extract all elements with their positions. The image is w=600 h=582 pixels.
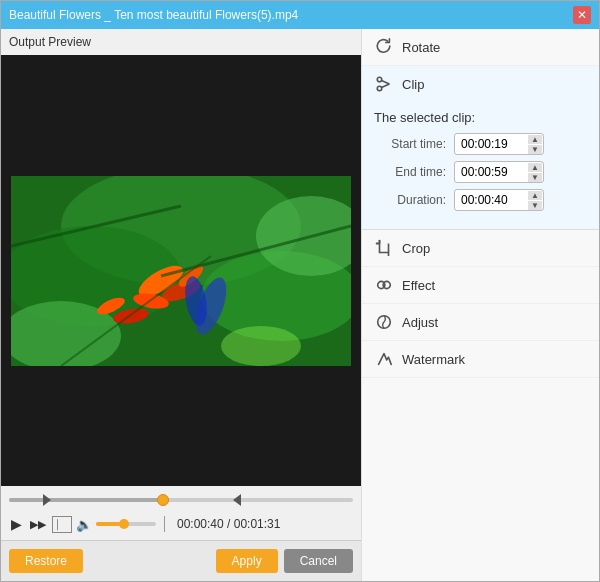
svg-line-21 xyxy=(381,84,389,87)
seek-bar-progress xyxy=(9,498,164,502)
watermark-label: Watermark xyxy=(402,352,465,367)
crop-tool-item[interactable]: Crop xyxy=(362,230,599,267)
end-time-row: End time: ▲ ▼ xyxy=(374,161,587,183)
cancel-button[interactable]: Cancel xyxy=(284,549,353,573)
clip-label: Clip xyxy=(402,77,424,92)
clip-icon xyxy=(374,74,394,94)
adjust-label: Adjust xyxy=(402,315,438,330)
start-time-up[interactable]: ▲ xyxy=(528,135,542,144)
watermark-tool-item[interactable]: Watermark xyxy=(362,341,599,378)
video-thumbnail xyxy=(11,176,351,366)
play-button[interactable]: ▶ xyxy=(9,514,24,534)
right-trim-marker[interactable] xyxy=(233,494,241,506)
rotate-label: Rotate xyxy=(402,40,440,55)
apply-button[interactable]: Apply xyxy=(216,549,278,573)
crop-icon xyxy=(374,238,394,258)
video-frame xyxy=(11,176,351,366)
svg-point-19 xyxy=(377,86,382,91)
end-time-up[interactable]: ▲ xyxy=(528,163,542,172)
start-time-down[interactable]: ▼ xyxy=(528,145,542,154)
window-title: Beautiful Flowers _ Ten most beautiful F… xyxy=(9,8,298,22)
volume-thumb[interactable] xyxy=(119,519,129,529)
main-content: Output Preview xyxy=(1,29,599,581)
start-time-label: Start time: xyxy=(374,137,454,151)
time-display: 00:00:40 / 00:01:31 xyxy=(177,517,280,531)
effect-tool-item[interactable]: Effect xyxy=(362,267,599,304)
volume-icon: 🔈 xyxy=(76,517,92,532)
step-forward-button[interactable]: ▶▶ xyxy=(28,516,48,533)
adjust-icon xyxy=(374,312,394,332)
close-button[interactable]: ✕ xyxy=(573,6,591,24)
svg-line-20 xyxy=(381,81,389,84)
effect-icon xyxy=(374,275,394,295)
duration-spin: ▲ ▼ xyxy=(528,189,542,211)
crop-label: Crop xyxy=(402,241,430,256)
clip-content: The selected clip: Start time: ▲ ▼ xyxy=(362,102,599,229)
right-action-buttons: Apply Cancel xyxy=(216,549,353,573)
svg-point-18 xyxy=(377,77,382,82)
left-panel: Output Preview xyxy=(1,29,361,581)
end-time-input-wrap: ▲ ▼ xyxy=(454,161,544,183)
clip-button[interactable]: ⎸ xyxy=(52,516,72,533)
bottom-buttons: Restore Apply Cancel xyxy=(1,540,361,581)
selected-clip-title: The selected clip: xyxy=(374,110,587,125)
output-preview-label: Output Preview xyxy=(1,29,361,55)
svg-point-17 xyxy=(221,326,301,366)
seek-bar-track[interactable] xyxy=(9,498,353,502)
duration-up[interactable]: ▲ xyxy=(528,191,542,200)
start-time-input-wrap: ▲ ▼ xyxy=(454,133,544,155)
duration-down[interactable]: ▼ xyxy=(528,201,542,210)
rotate-icon xyxy=(374,37,394,57)
start-time-row: Start time: ▲ ▼ xyxy=(374,133,587,155)
duration-row: Duration: ▲ ▼ xyxy=(374,189,587,211)
effect-label: Effect xyxy=(402,278,435,293)
end-time-spin: ▲ ▼ xyxy=(528,161,542,183)
end-time-label: End time: xyxy=(374,165,454,179)
main-window: Beautiful Flowers _ Ten most beautiful F… xyxy=(0,0,600,582)
seek-thumb[interactable] xyxy=(157,494,169,506)
watermark-icon xyxy=(374,349,394,369)
video-area xyxy=(1,55,361,486)
volume-fill xyxy=(96,522,120,526)
volume-control: 🔈 xyxy=(76,517,156,532)
adjust-tool-item[interactable]: Adjust xyxy=(362,304,599,341)
duration-input-wrap: ▲ ▼ xyxy=(454,189,544,211)
rotate-tool-item[interactable]: Rotate xyxy=(362,29,599,66)
divider xyxy=(164,516,165,532)
clip-section: Clip The selected clip: Start time: ▲ ▼ xyxy=(362,66,599,230)
title-bar: Beautiful Flowers _ Ten most beautiful F… xyxy=(1,1,599,29)
clip-tool-item[interactable]: Clip xyxy=(362,66,599,102)
right-panel: Rotate Clip The select xyxy=(361,29,599,581)
start-time-spin: ▲ ▼ xyxy=(528,133,542,155)
end-time-down[interactable]: ▼ xyxy=(528,173,542,182)
seek-bar-container[interactable] xyxy=(9,492,353,508)
left-trim-marker[interactable] xyxy=(43,494,51,506)
playback-controls: ▶ ▶▶ ⎸ 🔈 00:00:40 / 00:01:31 xyxy=(9,514,353,534)
controls-area: ▶ ▶▶ ⎸ 🔈 00:00:40 / 00:01:31 xyxy=(1,486,361,540)
restore-button[interactable]: Restore xyxy=(9,549,83,573)
duration-label: Duration: xyxy=(374,193,454,207)
volume-slider[interactable] xyxy=(96,522,156,526)
